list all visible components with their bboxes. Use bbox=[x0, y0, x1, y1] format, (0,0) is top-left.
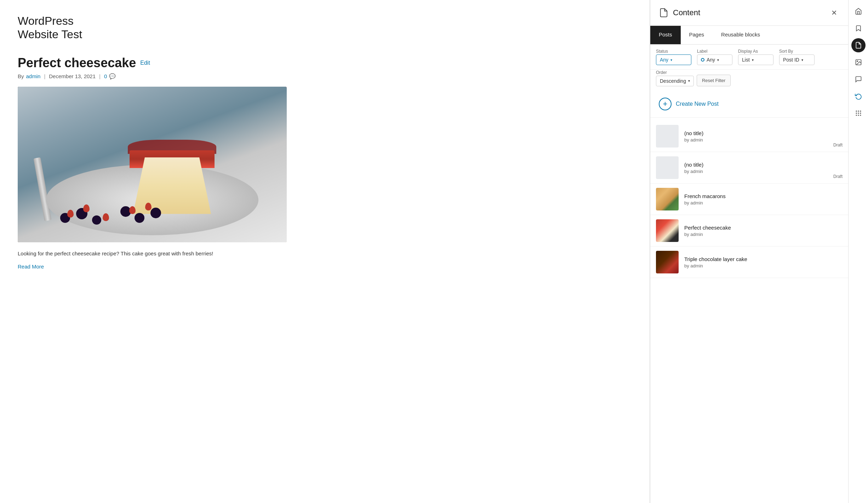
meta-by: By bbox=[18, 73, 24, 79]
display-filter-label: Display As bbox=[738, 49, 773, 54]
post-item[interactable]: French macarons by admin bbox=[650, 184, 848, 215]
post-item-author: by admin bbox=[684, 200, 843, 206]
image-toolbar-button[interactable] bbox=[851, 55, 866, 69]
reset-filter-button[interactable]: Reset Filter bbox=[697, 75, 731, 86]
create-post-label[interactable]: Create New Post bbox=[676, 101, 719, 107]
sort-filter-group: Sort By Post ID ▾ bbox=[779, 49, 815, 65]
document-icon bbox=[659, 8, 669, 18]
fork-decoration bbox=[34, 157, 52, 221]
status-filter-select[interactable]: Any ▾ bbox=[656, 54, 691, 65]
filter-row-2: Order Descending ▾ Reset Filter bbox=[650, 70, 848, 91]
berry-6 bbox=[150, 208, 161, 218]
tab-pages[interactable]: Pages bbox=[681, 26, 713, 44]
order-filter-value: Descending bbox=[660, 78, 686, 84]
post-info: (no title) by admin bbox=[684, 162, 843, 174]
sort-chevron-icon: ▾ bbox=[801, 58, 803, 62]
post-item-author: by admin bbox=[684, 232, 843, 237]
post-thumbnail bbox=[656, 188, 679, 210]
create-plus-icon[interactable]: + bbox=[659, 98, 672, 110]
panel-header: Content ✕ bbox=[650, 0, 848, 26]
raspberry-1 bbox=[67, 210, 74, 218]
post-item[interactable]: Perfect cheesecake by admin bbox=[650, 215, 848, 247]
order-filter-select[interactable]: Descending ▾ bbox=[656, 76, 694, 86]
raspberry-3 bbox=[103, 213, 109, 221]
home-toolbar-button[interactable] bbox=[851, 4, 866, 18]
display-filter-group: Display As List ▾ bbox=[738, 49, 773, 65]
post-thumbnail bbox=[656, 125, 679, 148]
panel-tabs: Posts Pages Reusable blocks bbox=[650, 26, 848, 45]
post-date: December 13, 2021 bbox=[49, 73, 96, 79]
post-item[interactable]: (no title) by admin Draft bbox=[650, 121, 848, 152]
tab-posts[interactable]: Posts bbox=[650, 26, 681, 44]
post-thumbnail bbox=[656, 251, 679, 273]
post-item-badge: Draft bbox=[833, 143, 843, 148]
close-panel-button[interactable]: ✕ bbox=[828, 7, 840, 18]
post-info: Perfect cheesecake by admin bbox=[684, 225, 843, 237]
content-panel: Content ✕ Posts Pages Reusable blocks St… bbox=[650, 0, 848, 503]
post-item[interactable]: (no title) by admin Draft bbox=[650, 152, 848, 184]
tab-reusable-blocks[interactable]: Reusable blocks bbox=[713, 26, 769, 44]
create-post-row[interactable]: + Create New Post bbox=[650, 91, 848, 118]
site-title: WordPress Website Test bbox=[18, 14, 632, 41]
post-list: (no title) by admin Draft (no title) by … bbox=[650, 118, 848, 503]
berry-3 bbox=[92, 215, 101, 225]
panel-title: Content bbox=[673, 8, 700, 17]
status-filter-value: Any bbox=[660, 57, 668, 63]
label-filter-value: Any bbox=[707, 57, 715, 63]
order-chevron-icon: ▾ bbox=[688, 79, 690, 83]
order-filter-group: Order Descending ▾ bbox=[656, 70, 694, 86]
sort-filter-value: Post ID bbox=[783, 57, 799, 63]
post-item-title: (no title) bbox=[684, 162, 843, 168]
label-chevron-icon: ▾ bbox=[717, 58, 719, 62]
sort-filter-select[interactable]: Post ID ▾ bbox=[779, 54, 815, 65]
svg-point-5 bbox=[856, 111, 857, 112]
panel-title-row: Content bbox=[659, 8, 700, 18]
raspberry-2 bbox=[83, 204, 90, 212]
raspberry-4 bbox=[129, 206, 136, 214]
svg-point-7 bbox=[860, 111, 861, 112]
status-chevron-icon: ▾ bbox=[670, 58, 672, 62]
svg-point-1 bbox=[857, 61, 858, 62]
post-comments-link[interactable]: 0 bbox=[104, 73, 107, 79]
post-item-author: by admin bbox=[684, 137, 843, 143]
label-filter-label: Label bbox=[697, 49, 732, 54]
berry-5 bbox=[135, 213, 144, 223]
post-item-title: French macarons bbox=[684, 193, 843, 199]
meta-divider-2: | bbox=[99, 73, 101, 79]
bookmark-toolbar-button[interactable] bbox=[851, 21, 866, 35]
grid-toolbar-button[interactable] bbox=[851, 106, 866, 120]
side-toolbar bbox=[848, 0, 868, 503]
label-dot-icon bbox=[701, 58, 704, 62]
post-item-title: Perfect cheesecake bbox=[684, 225, 843, 231]
post-info: Triple chocolate layer cake by admin bbox=[684, 256, 843, 268]
post-thumbnail bbox=[656, 219, 679, 242]
display-chevron-icon: ▾ bbox=[752, 58, 754, 62]
document-toolbar-button[interactable] bbox=[851, 38, 866, 52]
post-item-title: (no title) bbox=[684, 130, 843, 136]
order-filter-label: Order bbox=[656, 70, 694, 75]
post-info: French macarons by admin bbox=[684, 193, 843, 206]
label-filter-select[interactable]: Any ▾ bbox=[697, 54, 732, 65]
post-title-row: Perfect cheesecake Edit bbox=[18, 56, 632, 70]
svg-point-6 bbox=[858, 111, 859, 112]
svg-point-2 bbox=[856, 112, 857, 114]
post-info: (no title) by admin bbox=[684, 130, 843, 143]
svg-point-4 bbox=[860, 112, 861, 114]
post-excerpt: Looking for the perfect cheesecake recip… bbox=[18, 249, 632, 258]
meta-divider-1: | bbox=[44, 73, 45, 79]
post-author-link[interactable]: admin bbox=[26, 73, 41, 79]
status-filter-group: Status Any ▾ bbox=[656, 49, 691, 65]
edit-link[interactable]: Edit bbox=[140, 60, 150, 66]
svg-point-8 bbox=[856, 115, 857, 116]
display-filter-select[interactable]: List ▾ bbox=[738, 54, 773, 65]
refresh-toolbar-button[interactable] bbox=[851, 89, 866, 103]
svg-point-3 bbox=[858, 112, 859, 114]
comment-icon: 💬 bbox=[109, 73, 116, 80]
post-item-title: Triple chocolate layer cake bbox=[684, 256, 843, 262]
filter-row-1: Status Any ▾ Label Any ▾ Display As List… bbox=[650, 45, 848, 70]
read-more-link[interactable]: Read More bbox=[18, 264, 44, 270]
cheesecake-slice bbox=[122, 136, 222, 214]
post-item[interactable]: Triple chocolate layer cake by admin bbox=[650, 247, 848, 278]
post-item-badge: Draft bbox=[833, 174, 843, 179]
comment-toolbar-button[interactable] bbox=[851, 72, 866, 86]
